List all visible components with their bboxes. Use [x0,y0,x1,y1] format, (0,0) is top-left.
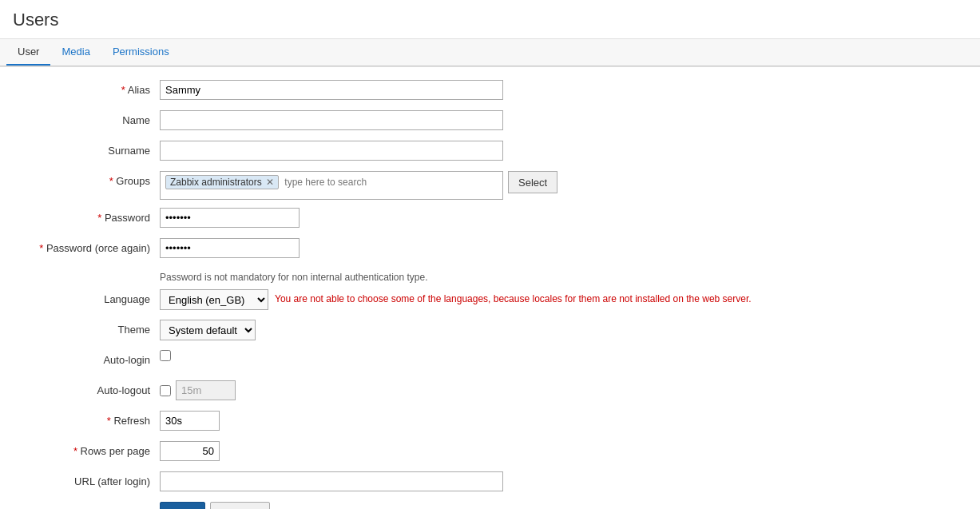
autologout-label: Auto-logout [16,380,160,396]
name-label: Name [16,110,160,126]
groups-wrapper: Zabbix administrators ✕ Select [160,171,557,200]
autologout-input[interactable] [176,380,236,400]
page-title: Users [0,0,980,38]
tab-bar: User Media Permissions [0,39,980,66]
rows-per-page-input[interactable] [160,441,220,461]
password-label: Password [16,208,160,224]
refresh-row: Refresh [16,411,964,433]
tab-permissions[interactable]: Permissions [101,39,181,66]
name-input[interactable] [160,110,503,130]
add-button[interactable]: Add [160,502,205,509]
groups-box[interactable]: Zabbix administrators ✕ [160,171,503,200]
tab-user[interactable]: User [6,39,50,66]
password-again-input[interactable] [160,238,300,258]
rows-per-page-row: Rows per page [16,441,964,463]
alias-input[interactable] [160,80,503,100]
theme-select[interactable]: System default Blue Dark [160,320,256,340]
groups-row: Groups Zabbix administrators ✕ Select [16,171,964,200]
password-again-label: Password (orce again) [16,238,160,254]
cancel-button[interactable]: Cancel [210,502,269,509]
surname-label: Surname [16,141,160,157]
surname-input[interactable] [160,141,503,161]
alias-label: Alias [16,80,160,96]
autologin-checkbox-wrapper [160,350,171,361]
rows-per-page-label: Rows per page [16,441,160,457]
autologin-label: Auto-login [16,350,160,366]
group-tag-remove[interactable]: ✕ [266,177,274,188]
surname-row: Surname [16,141,964,163]
url-row: URL (after login) [16,471,964,494]
group-tag-label: Zabbix administrators [170,177,262,188]
form-area: Alias Name Surname Groups Zabbix adminis… [0,67,980,509]
group-tag-zabbix: Zabbix administrators ✕ [165,175,279,189]
name-row: Name [16,110,964,133]
password-input[interactable] [160,208,300,228]
tab-media[interactable]: Media [50,39,101,66]
password-row: Password [16,208,964,230]
groups-label: Groups [16,171,160,187]
theme-row: Theme System default Blue Dark [16,320,964,342]
url-label: URL (after login) [16,471,160,487]
autologout-row: Auto-logout [16,380,964,403]
autologin-row: Auto-login [16,350,964,372]
groups-search-input[interactable] [284,177,396,188]
language-select[interactable]: English (en_GB) English (en_US) Chinese … [160,289,268,310]
alias-row: Alias [16,80,964,102]
refresh-input[interactable] [160,411,220,431]
language-warning: You are not able to choose some of the l… [275,289,752,304]
groups-select-button[interactable]: Select [508,171,557,193]
autologin-checkbox[interactable] [160,350,171,361]
buttons-row: Add Cancel [16,502,964,509]
language-row: Language English (en_GB) English (en_US)… [16,289,964,312]
refresh-label: Refresh [16,411,160,427]
password-hint: Password is not mandatory for non intern… [16,268,964,289]
url-input[interactable] [160,471,503,491]
language-label: Language [16,289,160,305]
autologout-checkbox-wrapper [160,380,236,400]
autologout-checkbox[interactable] [160,385,171,396]
theme-label: Theme [16,320,160,336]
password-again-row: Password (orce again) [16,238,964,260]
